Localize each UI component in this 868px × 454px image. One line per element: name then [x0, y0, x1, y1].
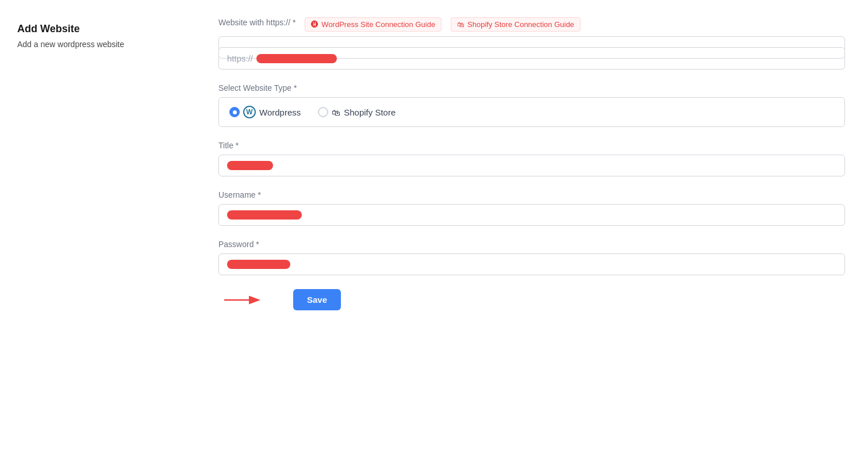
title-redacted — [227, 161, 273, 170]
arrow-icon — [224, 291, 264, 309]
username-group: Username * — [218, 190, 845, 226]
shopify-icon: 🛍 — [332, 107, 340, 117]
password-redacted — [227, 260, 290, 269]
website-type-label: Select Website Type * — [218, 83, 845, 93]
wordpress-label: Wordpress — [259, 107, 301, 117]
wordpress-icon: W — [243, 106, 256, 118]
password-group: Password * — [218, 240, 845, 275]
website-url-label: Website with https:// * — [218, 18, 295, 27]
shopify-radio[interactable] — [318, 107, 328, 117]
password-label: Password * — [218, 240, 845, 249]
shopify-option[interactable]: 🛍 Shopify Store — [318, 107, 395, 117]
wordpress-radio[interactable] — [229, 107, 240, 117]
save-row: Save — [218, 289, 845, 310]
save-button[interactable]: Save — [293, 289, 341, 310]
page-title: Add Website — [17, 23, 195, 35]
title-label: Title * — [218, 141, 845, 150]
shopify-guide-icon: 🛍 — [457, 20, 464, 29]
wordpress-guide-text: WordPress Site Connection Guide — [321, 20, 435, 29]
shopify-guide-link[interactable]: 🛍 Shopify Store Connection Guide — [451, 17, 581, 32]
username-redacted — [227, 210, 302, 220]
page-container: Add Website Add a new wordpress website … — [11, 17, 857, 310]
shopify-label: Shopify Store — [344, 107, 395, 117]
url-top-row: Website with https:// * 🅦 WordPress Site… — [218, 17, 845, 32]
wordpress-guide-link[interactable]: 🅦 WordPress Site Connection Guide — [305, 17, 441, 32]
shopify-guide-text: Shopify Store Connection Guide — [467, 20, 574, 29]
website-url-display-group: https:// — [218, 47, 845, 70]
title-group: Title * — [218, 141, 845, 176]
username-label: Username * — [218, 190, 845, 199]
website-type-group: Select Website Type * W Wordpress 🛍 Shop… — [218, 83, 845, 127]
page-subtitle: Add a new wordpress website — [17, 40, 195, 49]
wordpress-option[interactable]: W Wordpress — [229, 106, 301, 118]
left-panel: Add Website Add a new wordpress website — [11, 17, 207, 310]
right-panel: Website with https:// * 🅦 WordPress Site… — [207, 17, 857, 310]
https-prefix: https:// — [227, 53, 253, 63]
website-type-box: W Wordpress 🛍 Shopify Store — [218, 97, 845, 127]
wordpress-guide-icon: 🅦 — [311, 20, 318, 29]
url-redacted — [256, 54, 337, 63]
